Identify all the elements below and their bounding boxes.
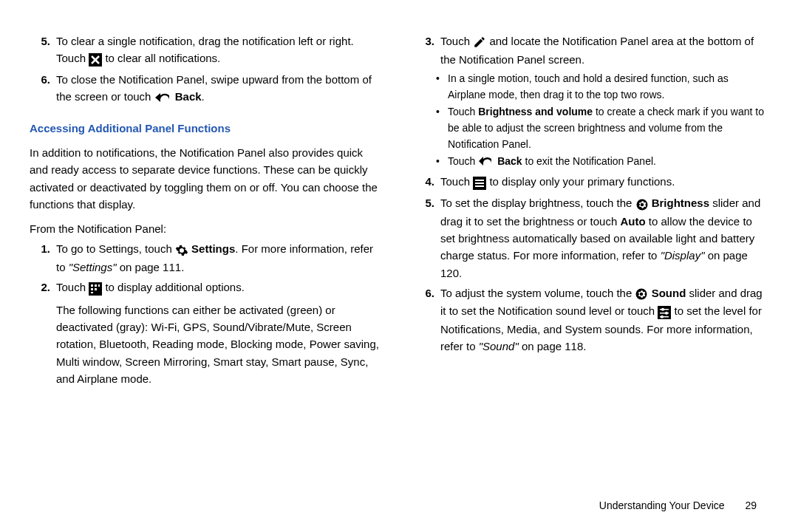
text: To adjust the system volume, touch the (440, 287, 635, 299)
reference: "Sound" (479, 340, 519, 352)
sub-bullet: • In a single motion, touch and hold a d… (436, 71, 768, 103)
item-number: 2. (30, 279, 50, 390)
two-column-layout: 5. To clear a single notification, drag … (30, 30, 768, 393)
settings-label: Settings (191, 242, 235, 255)
list-item: 1. To go to Settings, touch Settings. Fo… (30, 240, 384, 276)
right-column: 3. Touch and locate the Notification Pan… (414, 30, 768, 393)
svg-point-14 (636, 199, 647, 210)
sub-bullet: • Touch Brightness and volume to create … (436, 104, 768, 152)
svg-rect-7 (91, 288, 93, 290)
sound-label: Sound (652, 287, 686, 299)
text: Touch (448, 155, 478, 167)
back-label: Back (175, 90, 202, 103)
svg-point-15 (636, 289, 647, 300)
manual-page: 5. To clear a single notification, drag … (0, 0, 798, 532)
text: to clear all notifications. (105, 52, 220, 64)
text: In a single motion, touch and hold a des… (448, 71, 768, 103)
text: to display only your primary functions. (489, 175, 675, 188)
svg-rect-8 (95, 288, 97, 290)
text: To close the Notification Panel, swipe u… (56, 73, 372, 103)
list-item: 6. To close the Notification Panel, swip… (30, 71, 384, 106)
svg-rect-5 (95, 284, 97, 287)
edit-pencil-icon (473, 33, 486, 50)
svg-point-18 (661, 308, 664, 311)
text: Touch (440, 175, 473, 188)
item-body: Touch to display additional options. The… (56, 279, 384, 390)
left-column: 5. To clear a single notification, drag … (30, 30, 384, 393)
paragraph: In addition to notifications, the Notifi… (30, 144, 384, 213)
item-number: 1. (30, 240, 50, 276)
item-body: To go to Settings, touch Settings. For m… (56, 240, 384, 276)
text: and locate the Notification Panel area a… (440, 35, 754, 66)
grid-expand-icon (89, 279, 102, 296)
list-item: 3. Touch and locate the Notification Pan… (414, 33, 768, 68)
item-body: To clear a single notification, drag the… (56, 33, 384, 68)
brightness-gear-icon (635, 195, 649, 212)
gear-icon (175, 241, 188, 258)
item-number: 6. (30, 71, 50, 106)
svg-rect-17 (660, 309, 669, 310)
bullet-icon: • (436, 154, 448, 170)
item-number: 5. (30, 33, 50, 68)
text: To go to Settings, touch (56, 242, 175, 255)
sub-bullet: • Touch Back to exit the Notification Pa… (436, 154, 768, 170)
svg-point-22 (661, 316, 664, 318)
item-number: 4. (414, 173, 434, 191)
text: Touch (448, 106, 478, 117)
list-item: 5. To set the display brightness, touch … (414, 194, 768, 282)
bullet-icon: • (436, 104, 448, 152)
paragraph: The following functions can either be ac… (56, 301, 384, 387)
text: To set the display brightness, touch the (440, 197, 635, 209)
item-number: 6. (414, 284, 434, 355)
text: Touch (56, 281, 89, 293)
svg-rect-11 (475, 180, 484, 181)
list-collapse-icon (473, 174, 486, 191)
reference: "Settings" (69, 261, 117, 273)
text: Touch (440, 35, 473, 47)
list-item: 5. To clear a single notification, drag … (30, 33, 384, 68)
close-x-icon (89, 50, 102, 67)
sound-gear-icon (635, 284, 648, 301)
svg-rect-13 (475, 185, 484, 187)
item-body: To close the Notification Panel, swipe u… (56, 71, 384, 106)
svg-rect-6 (98, 284, 100, 287)
text: . (202, 90, 205, 103)
paragraph: From the Notification Panel: (30, 220, 384, 237)
brightness-label: Brightness (652, 197, 709, 209)
auto-label: Auto (620, 215, 645, 228)
item-body: Touch to display only your primary funct… (440, 173, 675, 191)
list-item: 2. Touch to display additional options. … (30, 279, 384, 390)
back-arrow-icon (478, 154, 494, 170)
item-number: 3. (414, 33, 434, 68)
svg-rect-9 (91, 292, 93, 293)
page-footer: Understanding Your Device 29 (599, 499, 757, 511)
item-number: 5. (414, 194, 434, 282)
section-title: Understanding Your Device (599, 499, 725, 511)
brightness-volume-label: Brightness and volume (478, 106, 593, 117)
back-arrow-icon (154, 89, 172, 106)
sliders-icon (658, 303, 671, 320)
list-item: 6. To adjust the system volume, touch th… (414, 284, 768, 355)
section-heading: Accessing Additional Panel Functions (30, 120, 384, 137)
text: to display additional options. (105, 281, 244, 293)
item-body: Touch and locate the Notification Panel … (440, 33, 768, 68)
item-body: To set the display brightness, touch the… (440, 194, 768, 282)
svg-rect-12 (475, 183, 484, 184)
text: to exit the Notification Panel. (522, 155, 656, 167)
item-body: To adjust the system volume, touch the S… (440, 284, 768, 355)
text: on page 111. (117, 261, 185, 273)
svg-rect-4 (91, 284, 93, 287)
page-number: 29 (745, 499, 757, 511)
reference: "Display" (661, 249, 705, 262)
svg-point-20 (665, 312, 668, 315)
back-label: Back (497, 155, 522, 167)
bullet-icon: • (436, 71, 448, 103)
text: on page 118. (519, 340, 587, 352)
item-body: Touch Back to exit the Notification Pane… (448, 154, 656, 170)
item-body: Touch Brightness and volume to create a … (448, 104, 768, 152)
list-item: 4. Touch to display only your primary fu… (414, 173, 768, 191)
